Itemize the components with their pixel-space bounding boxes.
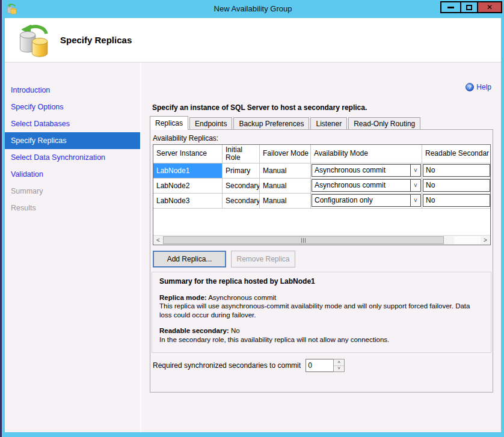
availability-mode-dropdown[interactable]: Asynchronous commit ˅ <box>312 179 421 192</box>
column-header-failover-mode: Failover Mode <box>260 145 311 163</box>
sidebar-item-specify-options[interactable]: Specify Options <box>5 99 140 115</box>
readable-secondary-dropdown[interactable]: No <box>423 164 490 177</box>
maximize-icon <box>466 5 472 10</box>
chevron-down-icon[interactable]: ˅ <box>410 165 420 176</box>
readable-secondary-description: In the secondary role, this availability… <box>159 336 389 343</box>
spin-down-icon[interactable]: ˅ <box>334 366 344 372</box>
replicas-grid: Server Instance Initial Role Failover Mo… <box>153 144 491 245</box>
replica-mode-summary: Replica mode: Asynchronous commit This r… <box>159 293 484 319</box>
replica-summary-box: Summary for the replica hosted by LabNod… <box>152 272 491 353</box>
replica-mode-description: This replica will use asynchronous-commi… <box>159 302 470 318</box>
sidebar-item-summary: Summary <box>5 183 140 200</box>
titlebar[interactable]: New Availability Group ✕ <box>2 0 504 18</box>
tab-strip: Replicas Endpoints Backup Preferences Li… <box>150 116 420 130</box>
page-title: Specify Replicas <box>60 18 132 62</box>
maximize-button[interactable] <box>460 1 478 13</box>
table-row: LabNode3 Secondary Manual Configuration … <box>153 194 490 209</box>
help-icon: ? <box>466 83 474 91</box>
cell-failover-mode[interactable]: Manual <box>260 194 311 209</box>
sidebar-item-introduction[interactable]: Introduction <box>5 82 140 99</box>
sidebar-item-select-data-synchronization[interactable]: Select Data Synchronization <box>5 149 140 166</box>
scrollbar-grip-icon <box>301 238 306 243</box>
spin-up-icon[interactable]: ˄ <box>334 359 344 366</box>
availability-mode-dropdown[interactable]: Configuration only ˅ <box>312 194 421 207</box>
availability-mode-dropdown[interactable]: Asynchronous commit ˅ <box>312 164 421 177</box>
window-border <box>2 432 504 437</box>
readable-secondary-label: Readable secondary: <box>159 327 229 334</box>
cell-server-instance[interactable]: LabNode2 <box>153 179 223 194</box>
tab-backup-preferences[interactable]: Backup Preferences <box>233 117 309 130</box>
wizard-steps-sidebar: Introduction Specify Options Select Data… <box>5 63 140 432</box>
scrollbar-track[interactable] <box>454 236 481 244</box>
tab-endpoints[interactable]: Endpoints <box>189 117 232 130</box>
cell-server-instance[interactable]: LabNode1 <box>153 163 223 179</box>
chevron-down-icon[interactable]: ˅ <box>410 180 420 191</box>
replicas-database-icon <box>17 23 52 58</box>
scroll-right-icon[interactable]: > <box>481 236 490 245</box>
grid-header-row: Server Instance Initial Role Failover Mo… <box>153 145 490 163</box>
close-icon: ✕ <box>487 3 493 11</box>
table-row: LabNode2 Secondary Manual Asynchronous c… <box>153 179 490 194</box>
cell-initial-role[interactable]: Primary <box>223 163 260 179</box>
readable-secondary-value: No <box>229 327 240 334</box>
main-pane: ? Help Specify an instance of SQL Server… <box>141 63 501 432</box>
tab-read-only-routing[interactable]: Read-Only Routing <box>348 117 420 130</box>
cell-readable-secondary: No <box>422 179 491 194</box>
help-label: Help <box>476 83 491 91</box>
minimize-icon <box>447 7 454 8</box>
sidebar-item-select-databases[interactable]: Select Databases <box>5 115 140 132</box>
chevron-down-icon[interactable]: ˅ <box>410 195 420 206</box>
cell-readable-secondary: No <box>422 163 491 179</box>
tab-listener[interactable]: Listener <box>310 117 347 130</box>
commit-row: Required synchronized secondaries to com… <box>153 359 345 372</box>
table-row: LabNode1 Primary Manual Asynchronous com… <box>153 163 490 179</box>
instruction-text: Specify an instance of SQL Server to hos… <box>152 103 367 112</box>
window-border <box>501 18 504 437</box>
cell-failover-mode[interactable]: Manual <box>260 179 311 194</box>
cell-readable-secondary: No <box>422 194 491 209</box>
sidebar-item-results: Results <box>5 200 140 216</box>
replica-mode-value: Asynchronous commit <box>207 294 277 301</box>
column-header-initial-role: Initial Role <box>223 145 260 163</box>
cell-server-instance[interactable]: LabNode3 <box>153 194 223 209</box>
readable-secondary-summary: Readable secondary: No In the secondary … <box>159 326 484 344</box>
replica-mode-label: Replica mode: <box>159 294 207 301</box>
help-link[interactable]: ? Help <box>466 83 491 91</box>
sidebar-item-validation[interactable]: Validation <box>5 166 140 183</box>
remove-replica-button: Remove Replica <box>231 251 295 267</box>
column-header-availability-mode: Availability Mode <box>311 145 422 163</box>
minimize-button[interactable] <box>440 1 461 13</box>
sidebar-item-specify-replicas[interactable]: Specify Replicas <box>5 132 140 149</box>
commit-label: Required synchronized secondaries to com… <box>153 361 301 370</box>
cell-initial-role[interactable]: Secondary <box>223 194 260 209</box>
readable-secondary-dropdown[interactable]: No <box>423 194 490 207</box>
cell-availability-mode: Configuration only ˅ <box>311 194 422 209</box>
new-availability-group-window: New Availability Group ✕ <box>0 0 504 437</box>
cell-initial-role[interactable]: Secondary <box>223 179 260 194</box>
scroll-left-icon[interactable]: < <box>153 236 163 245</box>
cell-availability-mode: Asynchronous commit ˅ <box>311 163 422 179</box>
summary-title: Summary for the replica hosted by LabNod… <box>159 277 484 286</box>
scrollbar-thumb[interactable] <box>163 236 444 244</box>
readable-secondary-dropdown[interactable]: No <box>423 179 490 192</box>
spinner: ˄ ˅ <box>333 359 345 372</box>
add-replica-button[interactable]: Add Replica... <box>153 251 226 267</box>
column-header-readable-secondary: Readable Secondar <box>422 145 491 163</box>
cell-availability-mode: Asynchronous commit ˅ <box>311 179 422 194</box>
availability-replicas-label: Availability Replicas: <box>153 134 218 142</box>
horizontal-scrollbar[interactable]: < > <box>153 235 490 245</box>
required-secondaries-input[interactable] <box>306 359 333 372</box>
close-button[interactable]: ✕ <box>477 1 502 13</box>
tab-replicas[interactable]: Replicas <box>150 116 188 130</box>
window-title: New Availability Group <box>2 0 504 18</box>
column-header-server-instance: Server Instance <box>153 145 223 163</box>
cell-failover-mode[interactable]: Manual <box>260 163 311 179</box>
replicas-tab-panel: Availability Replicas: Server Instance I… <box>150 129 493 393</box>
wizard-header: Specify Replicas <box>5 18 501 62</box>
